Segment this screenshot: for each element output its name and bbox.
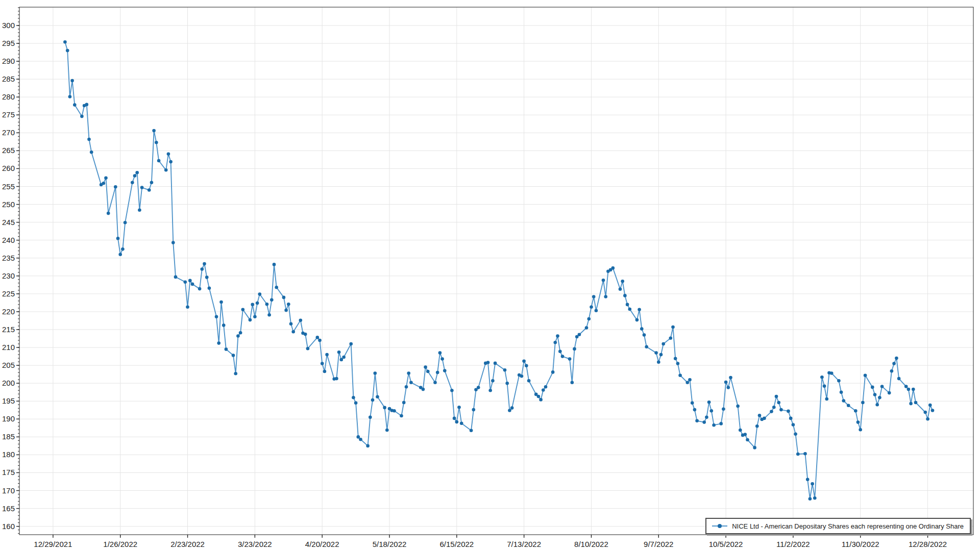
- data-point-marker: [542, 388, 545, 392]
- y-tick-label: 225: [2, 289, 15, 298]
- data-point-marker: [457, 406, 461, 409]
- data-point-marker: [503, 368, 507, 372]
- data-point-marker: [611, 266, 615, 270]
- data-point-marker: [236, 334, 240, 338]
- data-point-marker: [770, 410, 773, 413]
- data-point-marker: [508, 409, 511, 412]
- data-point-marker: [393, 409, 396, 413]
- y-tick-label: 240: [2, 236, 15, 244]
- data-point-marker: [595, 309, 598, 313]
- data-point-marker: [568, 357, 572, 361]
- data-point-marker: [744, 433, 747, 436]
- data-point-marker: [385, 429, 389, 432]
- x-tick-label: 8/10/2022: [574, 540, 608, 548]
- data-point-marker: [222, 323, 226, 327]
- data-point-marker: [702, 420, 706, 424]
- data-point-marker: [352, 396, 355, 399]
- data-point-marker: [626, 303, 629, 307]
- data-point-marker: [578, 333, 581, 337]
- data-point-marker: [282, 296, 286, 299]
- data-point-marker: [188, 279, 192, 283]
- data-point-marker: [318, 339, 322, 342]
- data-point-marker: [118, 253, 122, 256]
- data-point-marker: [710, 409, 714, 413]
- data-point-marker: [249, 318, 252, 322]
- data-point-marker: [712, 423, 716, 427]
- data-point-marker: [477, 386, 480, 389]
- x-tick-label: 12/28/2022: [909, 540, 947, 548]
- data-point-marker: [837, 379, 841, 383]
- data-point-marker: [267, 313, 271, 317]
- data-point-marker: [131, 181, 134, 185]
- data-point-marker: [208, 286, 211, 290]
- x-tick-label: 10/5/2022: [709, 540, 743, 548]
- data-point-marker: [116, 237, 120, 240]
- y-tick-label: 275: [2, 110, 15, 119]
- data-point-marker: [520, 374, 524, 378]
- data-point-marker: [539, 398, 543, 402]
- data-point-marker: [133, 174, 137, 178]
- data-point-marker: [842, 399, 846, 403]
- data-point-marker: [150, 181, 154, 185]
- data-point-marker: [758, 414, 762, 417]
- data-point-marker: [604, 295, 607, 298]
- data-point-marker: [323, 370, 327, 373]
- data-point-marker: [241, 308, 245, 311]
- data-point-marker: [587, 317, 591, 321]
- data-point-marker: [688, 378, 692, 382]
- y-tick-label: 170: [2, 486, 15, 495]
- data-point-marker: [217, 341, 220, 345]
- data-point-marker: [488, 389, 492, 392]
- data-point-marker: [357, 435, 360, 439]
- data-point-marker: [225, 347, 228, 351]
- data-point-marker: [912, 388, 915, 391]
- y-tick-label: 265: [2, 146, 15, 155]
- data-point-marker: [359, 438, 362, 441]
- data-point-marker: [73, 103, 77, 107]
- data-point-marker: [186, 306, 189, 309]
- data-point-marker: [472, 408, 476, 412]
- data-point-marker: [304, 333, 307, 336]
- x-tick-label: 1/26/2022: [103, 540, 137, 548]
- data-point-marker: [674, 357, 677, 361]
- data-point-marker: [775, 395, 778, 398]
- data-point-marker: [265, 303, 269, 306]
- plot-border: [19, 7, 973, 535]
- data-point-marker: [875, 403, 879, 407]
- data-point-marker: [505, 382, 509, 385]
- price-chart: 1601651701751801851901952002052102152202…: [0, 0, 980, 551]
- y-tick-label: 200: [2, 379, 15, 387]
- legend-label: NICE Ltd - American Depositary Shares ea…: [732, 522, 964, 530]
- data-point-marker: [219, 300, 223, 304]
- data-point-marker: [354, 401, 358, 405]
- data-point-marker: [422, 388, 425, 391]
- data-point-marker: [114, 185, 117, 189]
- x-tick-label: 7/13/2022: [507, 540, 541, 548]
- data-point-marker: [85, 103, 89, 107]
- data-point-marker: [736, 405, 740, 408]
- data-point-marker: [486, 361, 490, 364]
- data-point-marker: [719, 422, 723, 425]
- data-point-marker: [573, 347, 576, 351]
- data-point-marker: [926, 417, 929, 421]
- data-point-marker: [654, 351, 658, 355]
- data-point-marker: [68, 95, 72, 98]
- data-point-marker: [619, 288, 622, 291]
- data-point-marker: [794, 433, 797, 436]
- data-point-marker: [873, 393, 877, 396]
- data-point-marker: [888, 391, 891, 395]
- data-point-marker: [155, 141, 158, 144]
- data-point-marker: [602, 279, 605, 282]
- data-point-marker: [892, 362, 896, 365]
- y-tick-label: 180: [2, 450, 15, 459]
- data-point-marker: [763, 417, 766, 420]
- data-point-marker: [890, 369, 894, 373]
- data-point-marker: [251, 303, 254, 307]
- data-point-marker: [284, 309, 288, 312]
- data-point-marker: [722, 407, 725, 411]
- data-point-marker: [203, 262, 206, 266]
- x-tick-label: 11/2/2022: [776, 540, 810, 548]
- y-tick-label: 235: [2, 254, 15, 262]
- data-point-marker: [803, 452, 807, 456]
- y-tick-label: 255: [2, 182, 15, 191]
